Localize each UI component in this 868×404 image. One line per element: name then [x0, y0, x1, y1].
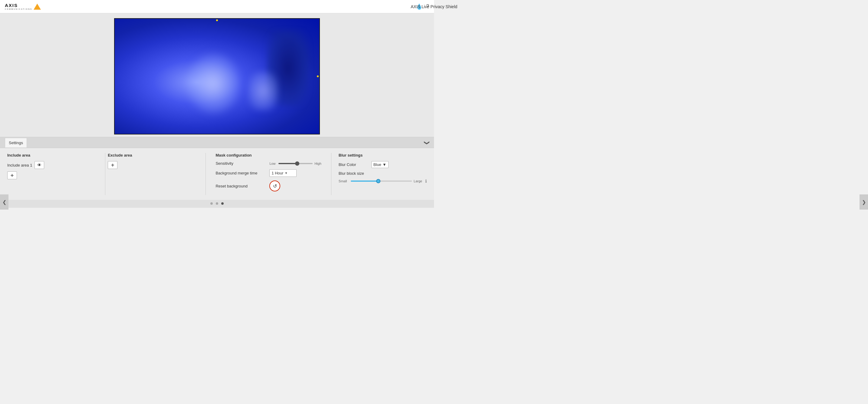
- blur-color-select[interactable]: Blue ▼: [371, 161, 389, 168]
- video-container: [0, 13, 434, 137]
- blur-color-value: Blue: [373, 162, 381, 167]
- header: AXIS COMMUNICATIONS AXIS Live Privacy Sh…: [0, 0, 434, 13]
- tab-bar: Settings ❯: [0, 137, 434, 148]
- mask-config-section: Mask configuration Sensitivity Low High …: [208, 153, 329, 195]
- bg-merge-select[interactable]: 1 Hour ▼: [269, 169, 297, 177]
- left-arrow-icon: ❮: [2, 199, 6, 205]
- page-title: AXIS Live Privacy Shield: [411, 4, 434, 9]
- logo-area: AXIS COMMUNICATIONS: [5, 3, 41, 10]
- blur-block-size-label: Blur block size: [339, 171, 369, 176]
- include-area-title: Include area: [7, 153, 95, 157]
- pagination-dot-3[interactable]: [221, 202, 224, 205]
- exclude-area-section: Exclude area +: [108, 153, 203, 195]
- eye-icon: 👁: [37, 163, 41, 168]
- pagination-dot-1[interactable]: [210, 202, 213, 205]
- logo-text: AXIS: [5, 3, 18, 8]
- video-frame: [114, 18, 320, 135]
- blur-slider-fill: [351, 180, 378, 182]
- exclude-area-title: Exclude area: [108, 153, 196, 157]
- blur-slider-thumb[interactable]: [376, 179, 380, 183]
- reset-icon: ↺: [273, 183, 277, 189]
- add-exclude-area-button[interactable]: +: [108, 161, 117, 169]
- include-area-visibility-button[interactable]: 👁: [34, 161, 44, 169]
- blur-color-label: Blur Color: [339, 162, 369, 167]
- sensitivity-slider-container: Low High: [269, 162, 321, 165]
- bg-merge-label: Background merge time: [216, 171, 267, 175]
- reset-bg-row: Reset background ↺: [216, 180, 321, 192]
- include-area-section: Include area Include area 1 👁 +: [7, 153, 102, 195]
- pagination-dot-2[interactable]: [216, 202, 218, 205]
- blur-settings-title: Blur settings: [339, 153, 427, 157]
- settings-content: Include area Include area 1 👁 + Exclude …: [0, 148, 434, 200]
- blur-color-arrow-icon: ▼: [382, 162, 386, 167]
- nav-left-button[interactable]: ❮: [0, 195, 8, 208]
- blur-small-label: Small: [339, 179, 349, 183]
- reset-background-button[interactable]: ↺: [269, 180, 280, 192]
- blur-settings-section: Blur settings Blur Color Blue ▼ Blur blo…: [334, 153, 427, 195]
- mask-config-title: Mask configuration: [216, 153, 321, 157]
- add-include-area-button[interactable]: +: [7, 171, 17, 179]
- sensitivity-slider-thumb[interactable]: [295, 162, 299, 166]
- info-icon[interactable]: ℹ: [425, 179, 427, 183]
- pagination-dots: [0, 200, 434, 208]
- divider-2: [206, 153, 206, 195]
- include-area-row: Include area 1 👁: [7, 161, 95, 169]
- reset-bg-label: Reset background: [216, 184, 267, 189]
- include-area-1-label: Include area 1: [7, 163, 32, 168]
- chevron-down-icon[interactable]: ❯: [424, 140, 430, 145]
- video-indicator-side: [317, 76, 319, 77]
- blur-large-label: Large: [414, 179, 422, 183]
- divider-3: [331, 153, 332, 195]
- blur-block-size-slider[interactable]: [351, 180, 412, 182]
- sensitivity-high-label: High: [314, 162, 321, 165]
- sensitivity-row: Sensitivity Low High: [216, 161, 321, 166]
- video-indicator-top: [216, 19, 218, 21]
- divider-1: [105, 153, 105, 195]
- blur-color-row: Blur Color Blue ▼: [339, 161, 427, 168]
- sensitivity-label: Sensitivity: [216, 161, 267, 166]
- logo-sub: COMMUNICATIONS: [5, 8, 32, 10]
- logo-triangle-icon: [34, 4, 41, 10]
- blur-slider-row: Small Large ℹ: [339, 179, 427, 183]
- video-figure-1: [186, 53, 241, 114]
- select-arrow-icon: ▼: [284, 171, 287, 175]
- tab-settings[interactable]: Settings: [5, 138, 27, 147]
- reset-btn-wrap: ↺: [269, 180, 280, 192]
- video-figure-3: [248, 71, 278, 111]
- blur-block-size-row: Blur block size: [339, 171, 427, 176]
- bg-merge-value: 1 Hour: [272, 171, 283, 175]
- axis-logo: AXIS COMMUNICATIONS: [5, 3, 32, 10]
- sensitivity-low-label: Low: [269, 162, 277, 165]
- bottom-panel: Settings ❯ Include area Include area 1 👁…: [0, 137, 434, 208]
- sensitivity-slider-fill: [278, 163, 297, 164]
- sensitivity-slider[interactable]: [278, 163, 313, 164]
- bg-merge-row: Background merge time 1 Hour ▼: [216, 169, 321, 177]
